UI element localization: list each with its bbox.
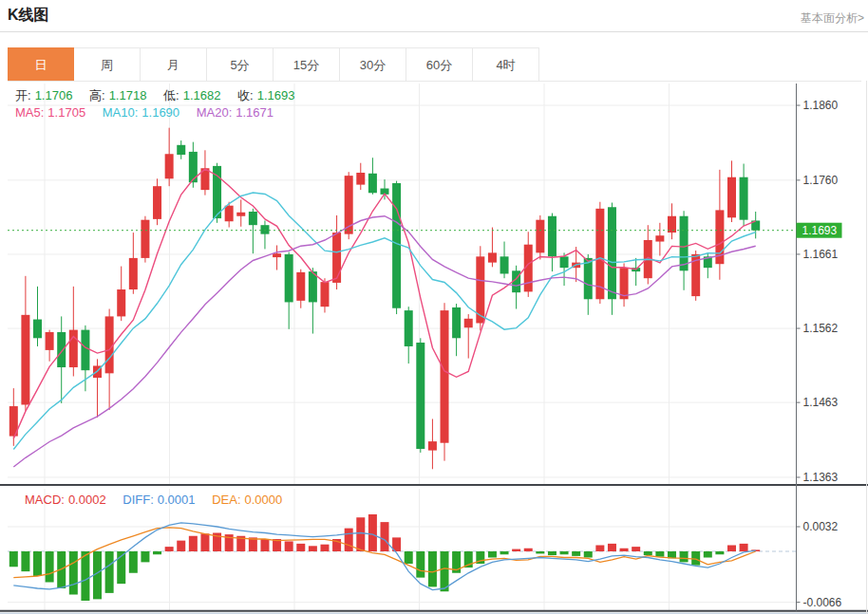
tab-4hour[interactable]: 4时 <box>473 47 539 81</box>
low-label: 低: <box>163 88 179 102</box>
diff-label: DIFF: <box>123 493 154 507</box>
dea-label: DEA: <box>212 493 240 507</box>
kline-chart-canvas[interactable]: 1.18601.17601.16611.15621.14631.13630.00… <box>0 81 868 614</box>
ma10-label: MA10: <box>103 105 139 120</box>
svg-text:-0.0066: -0.0066 <box>803 596 842 609</box>
macd-legend: MACD:0.0002 DIFF:0.0001 DEA:0.0000 <box>25 493 286 507</box>
svg-text:0.0032: 0.0032 <box>803 520 839 533</box>
ma5-value: 1.1705 <box>47 105 85 120</box>
low-value: 1.1682 <box>183 88 221 102</box>
ma-legend: MA5:1.1705 MA10:1.1690 MA20:1.1671 <box>15 105 277 120</box>
price-axis: 1.18601.17601.16611.15621.14631.13630.00… <box>797 84 842 611</box>
close-value: 1.1693 <box>257 88 295 102</box>
close-label: 收: <box>237 88 254 102</box>
ohlc-legend: 开:1.1706 高:1.1718 低:1.1682 收:1.1693 <box>15 87 298 104</box>
gridlines <box>8 84 796 610</box>
ma5-label: MA5: <box>15 105 44 120</box>
svg-text:1.1693: 1.1693 <box>802 224 838 237</box>
header-divider <box>0 31 868 32</box>
svg-text:1.1760: 1.1760 <box>803 174 839 187</box>
ma20-label: MA20: <box>197 105 233 120</box>
svg-text:1.1562: 1.1562 <box>803 322 839 335</box>
macd-label: MACD: <box>25 493 65 507</box>
tab-15min[interactable]: 15分 <box>274 47 340 81</box>
kline-widget: K线图 基本面分析> 日 周 月 5分 15分 30分 60分 4时 1.186… <box>0 0 868 614</box>
svg-text:1.1463: 1.1463 <box>803 396 839 409</box>
current-price-badge: 1.1693 <box>797 223 842 238</box>
tab-week[interactable]: 周 <box>74 47 141 81</box>
high-label: 高: <box>89 88 105 102</box>
period-tabbar: 日 周 月 5分 15分 30分 60分 4时 <box>8 47 861 82</box>
diff-value: 0.0001 <box>158 493 196 507</box>
tab-30min[interactable]: 30分 <box>340 47 406 81</box>
tab-60min[interactable]: 60分 <box>406 47 473 81</box>
high-value: 1.1718 <box>109 88 147 102</box>
dea-value: 0.0000 <box>245 493 283 507</box>
ma20-value: 1.1671 <box>236 105 274 120</box>
tab-5min[interactable]: 5分 <box>207 47 274 81</box>
macd-value: 0.0002 <box>68 493 106 507</box>
svg-text:1.1860: 1.1860 <box>803 99 839 112</box>
open-label: 开: <box>15 88 31 102</box>
ma10-line <box>13 193 755 450</box>
tab-day[interactable]: 日 <box>8 47 74 81</box>
candles <box>9 128 760 470</box>
svg-text:1.1363: 1.1363 <box>803 471 839 484</box>
page-title: K线图 <box>8 6 49 26</box>
tab-month[interactable]: 月 <box>141 47 207 81</box>
svg-text:1.1661: 1.1661 <box>803 248 839 261</box>
open-value: 1.1706 <box>35 88 73 102</box>
fundamental-analysis-link[interactable]: 基本面分析> <box>801 10 864 27</box>
ma10-value: 1.1690 <box>142 105 179 120</box>
